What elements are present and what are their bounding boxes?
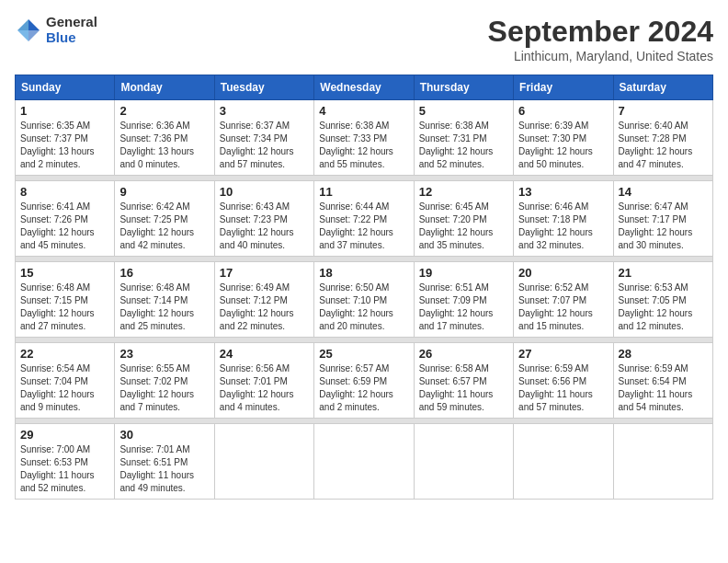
- calendar-header-row: Sunday Monday Tuesday Wednesday Thursday…: [16, 75, 713, 100]
- table-row: 30 Sunrise: 7:01 AMSunset: 6:51 PMDaylig…: [115, 424, 214, 500]
- table-row: 21 Sunrise: 6:53 AMSunset: 7:05 PMDaylig…: [613, 262, 712, 338]
- day-info: Sunrise: 6:47 AMSunset: 7:17 PMDaylight:…: [619, 201, 708, 252]
- day-number: 29: [20, 428, 109, 442]
- day-number: 3: [220, 104, 309, 118]
- day-number: 15: [20, 266, 109, 280]
- calendar-week-row: 22 Sunrise: 6:54 AMSunset: 7:04 PMDaylig…: [16, 343, 713, 419]
- day-number: 12: [419, 185, 508, 199]
- table-row: [214, 424, 313, 500]
- day-info: Sunrise: 6:42 AMSunset: 7:25 PMDaylight:…: [119, 201, 209, 252]
- day-info: Sunrise: 7:01 AMSunset: 6:51 PMDaylight:…: [119, 443, 209, 495]
- day-info: Sunrise: 7:00 AMSunset: 6:53 PMDaylight:…: [20, 443, 109, 495]
- day-number: 7: [619, 104, 708, 118]
- table-row: 10 Sunrise: 6:43 AMSunset: 7:23 PMDaylig…: [214, 181, 313, 257]
- day-info: Sunrise: 6:53 AMSunset: 7:05 PMDaylight:…: [619, 282, 708, 333]
- day-number: 17: [220, 266, 309, 280]
- svg-marker-2: [17, 30, 28, 41]
- table-row: 3 Sunrise: 6:37 AMSunset: 7:34 PMDayligh…: [214, 100, 313, 176]
- table-row: 6 Sunrise: 6:39 AMSunset: 7:30 PMDayligh…: [514, 100, 613, 176]
- table-row: 22 Sunrise: 6:54 AMSunset: 7:04 PMDaylig…: [16, 343, 115, 419]
- svg-marker-3: [28, 30, 40, 41]
- table-row: 25 Sunrise: 6:57 AMSunset: 6:59 PMDaylig…: [314, 343, 414, 419]
- day-info: Sunrise: 6:44 AMSunset: 7:22 PMDaylight:…: [319, 201, 408, 252]
- day-number: 13: [518, 185, 608, 199]
- day-info: Sunrise: 6:56 AMSunset: 7:01 PMDaylight:…: [220, 362, 309, 414]
- table-row: [613, 424, 712, 500]
- day-number: 20: [518, 266, 608, 280]
- location: Linthicum, Maryland, United States: [488, 49, 713, 63]
- header-wednesday: Wednesday: [314, 75, 414, 100]
- day-info: Sunrise: 6:48 AMSunset: 7:15 PMDaylight:…: [20, 282, 109, 333]
- table-row: 20 Sunrise: 6:52 AMSunset: 7:07 PMDaylig…: [514, 262, 613, 338]
- day-info: Sunrise: 6:40 AMSunset: 7:28 PMDaylight:…: [619, 120, 708, 171]
- day-info: Sunrise: 6:41 AMSunset: 7:26 PMDaylight:…: [20, 201, 109, 252]
- header-tuesday: Tuesday: [214, 75, 313, 100]
- calendar-week-row: 1 Sunrise: 6:35 AMSunset: 7:37 PMDayligh…: [16, 100, 713, 176]
- day-number: 11: [319, 185, 408, 199]
- table-row: [514, 424, 613, 500]
- table-row: 27 Sunrise: 6:59 AMSunset: 6:56 PMDaylig…: [514, 343, 613, 419]
- table-row: 7 Sunrise: 6:40 AMSunset: 7:28 PMDayligh…: [613, 100, 712, 176]
- table-row: 12 Sunrise: 6:45 AMSunset: 7:20 PMDaylig…: [414, 181, 513, 257]
- day-info: Sunrise: 6:37 AMSunset: 7:34 PMDaylight:…: [220, 120, 309, 171]
- day-info: Sunrise: 6:43 AMSunset: 7:23 PMDaylight:…: [220, 201, 309, 252]
- day-number: 26: [419, 347, 508, 361]
- day-info: Sunrise: 6:45 AMSunset: 7:20 PMDaylight:…: [419, 201, 508, 252]
- header-monday: Monday: [115, 75, 214, 100]
- day-info: Sunrise: 6:46 AMSunset: 7:18 PMDaylight:…: [518, 201, 608, 252]
- day-info: Sunrise: 6:55 AMSunset: 7:02 PMDaylight:…: [119, 362, 209, 414]
- day-number: 4: [319, 104, 408, 118]
- svg-marker-1: [17, 19, 28, 30]
- day-info: Sunrise: 6:52 AMSunset: 7:07 PMDaylight:…: [518, 282, 608, 333]
- logo-icon: [15, 17, 42, 44]
- header-saturday: Saturday: [613, 75, 712, 100]
- day-info: Sunrise: 6:54 AMSunset: 7:04 PMDaylight:…: [20, 362, 109, 414]
- day-number: 23: [119, 347, 209, 361]
- table-row: 14 Sunrise: 6:47 AMSunset: 7:17 PMDaylig…: [613, 181, 712, 257]
- day-info: Sunrise: 6:57 AMSunset: 6:59 PMDaylight:…: [319, 362, 408, 414]
- day-number: 21: [619, 266, 708, 280]
- table-row: 24 Sunrise: 6:56 AMSunset: 7:01 PMDaylig…: [214, 343, 313, 419]
- svg-marker-0: [28, 19, 40, 30]
- table-row: 26 Sunrise: 6:58 AMSunset: 6:57 PMDaylig…: [414, 343, 513, 419]
- logo-text: General Blue: [46, 15, 97, 45]
- calendar-week-row: 8 Sunrise: 6:41 AMSunset: 7:26 PMDayligh…: [16, 181, 713, 257]
- calendar-table: Sunday Monday Tuesday Wednesday Thursday…: [15, 75, 713, 500]
- table-row: 23 Sunrise: 6:55 AMSunset: 7:02 PMDaylig…: [115, 343, 214, 419]
- day-number: 24: [220, 347, 309, 361]
- table-row: 19 Sunrise: 6:51 AMSunset: 7:09 PMDaylig…: [414, 262, 513, 338]
- day-info: Sunrise: 6:49 AMSunset: 7:12 PMDaylight:…: [220, 282, 309, 333]
- day-info: Sunrise: 6:59 AMSunset: 6:54 PMDaylight:…: [619, 362, 708, 414]
- day-number: 22: [20, 347, 109, 361]
- logo-blue: Blue: [46, 30, 97, 46]
- day-number: 1: [20, 104, 109, 118]
- title-block: September 2024 Linthicum, Maryland, Unit…: [488, 15, 713, 63]
- calendar-week-row: 29 Sunrise: 7:00 AMSunset: 6:53 PMDaylig…: [16, 424, 713, 500]
- header-thursday: Thursday: [414, 75, 513, 100]
- table-row: 15 Sunrise: 6:48 AMSunset: 7:15 PMDaylig…: [16, 262, 115, 338]
- day-number: 10: [220, 185, 309, 199]
- day-number: 28: [619, 347, 708, 361]
- table-row: 5 Sunrise: 6:38 AMSunset: 7:31 PMDayligh…: [414, 100, 513, 176]
- day-info: Sunrise: 6:36 AMSunset: 7:36 PMDaylight:…: [119, 120, 209, 171]
- day-number: 30: [119, 428, 209, 442]
- table-row: 18 Sunrise: 6:50 AMSunset: 7:10 PMDaylig…: [314, 262, 414, 338]
- table-row: 16 Sunrise: 6:48 AMSunset: 7:14 PMDaylig…: [115, 262, 214, 338]
- logo: General Blue: [15, 15, 97, 45]
- table-row: 1 Sunrise: 6:35 AMSunset: 7:37 PMDayligh…: [16, 100, 115, 176]
- day-number: 5: [419, 104, 508, 118]
- table-row: [414, 424, 513, 500]
- day-number: 6: [518, 104, 608, 118]
- table-row: 8 Sunrise: 6:41 AMSunset: 7:26 PMDayligh…: [16, 181, 115, 257]
- day-number: 9: [119, 185, 209, 199]
- day-number: 25: [319, 347, 408, 361]
- day-info: Sunrise: 6:51 AMSunset: 7:09 PMDaylight:…: [419, 282, 508, 333]
- day-info: Sunrise: 6:35 AMSunset: 7:37 PMDaylight:…: [20, 120, 109, 171]
- table-row: 13 Sunrise: 6:46 AMSunset: 7:18 PMDaylig…: [514, 181, 613, 257]
- day-number: 2: [119, 104, 209, 118]
- table-row: 11 Sunrise: 6:44 AMSunset: 7:22 PMDaylig…: [314, 181, 414, 257]
- day-number: 8: [20, 185, 109, 199]
- day-info: Sunrise: 6:38 AMSunset: 7:31 PMDaylight:…: [419, 120, 508, 171]
- day-info: Sunrise: 6:39 AMSunset: 7:30 PMDaylight:…: [518, 120, 608, 171]
- day-number: 14: [619, 185, 708, 199]
